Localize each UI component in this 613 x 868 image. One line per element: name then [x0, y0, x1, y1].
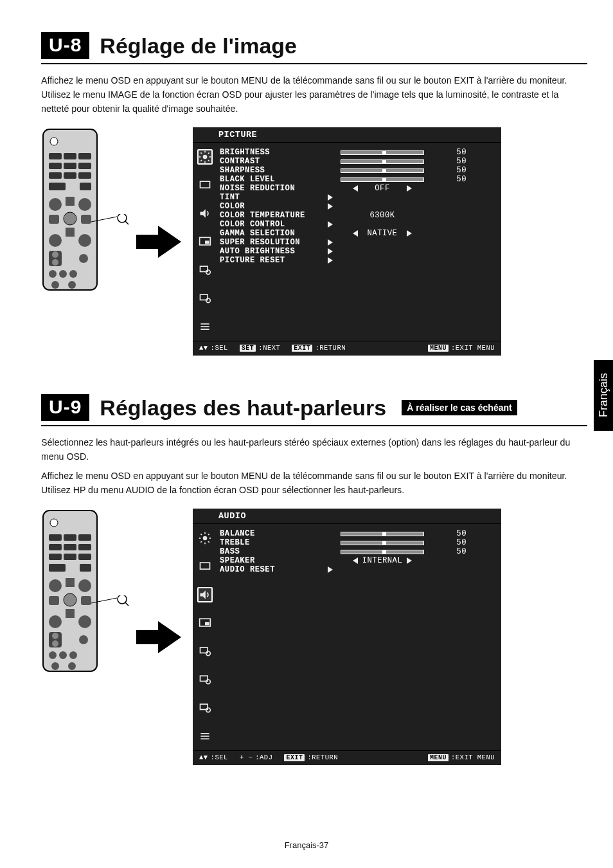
svg-marker-100 [200, 590, 206, 599]
svg-point-90 [203, 536, 208, 541]
section-u9-body-2: Affichez le menu OSD en appuyant sur le … [41, 469, 587, 497]
footer-set-key: SET [240, 345, 256, 352]
svg-point-32 [118, 214, 127, 222]
svg-point-21 [78, 234, 91, 247]
osd-row-label: SPEAKER [220, 556, 328, 565]
svg-point-82 [59, 651, 67, 659]
svg-marker-89 [136, 621, 181, 653]
svg-line-41 [208, 160, 209, 161]
svg-line-96 [208, 541, 209, 543]
svg-rect-16 [49, 215, 59, 224]
osd-row: BASS50 [220, 547, 497, 556]
svg-rect-3 [64, 153, 76, 159]
svg-rect-19 [66, 228, 75, 237]
osd-row: BRIGHTNESS50 [220, 148, 497, 157]
select-value: OFF [362, 184, 403, 193]
svg-point-23 [52, 251, 58, 258]
osd-row-label: COLOR TEMPERATURE [220, 211, 328, 220]
arrow-right-icon [407, 230, 412, 237]
figure-u8: PICTURE BRIGHTNESS50CONTRAST50SHARPNESS5… [41, 127, 587, 356]
osd-row-label: CONTRAST [220, 157, 328, 166]
svg-point-20 [49, 234, 62, 247]
section-u9-body-1: Sélectionnez les haut-parleurs intégrés … [41, 435, 587, 464]
osd-row-control [328, 248, 437, 255]
osd-row: AUDIO RESET [220, 565, 497, 574]
footer-exit-key: EXIT [292, 345, 312, 352]
osd-row: SHARPNESS50 [220, 166, 497, 175]
osd-row-label: BALANCE [220, 529, 328, 538]
language-tab-label: Français [597, 373, 610, 417]
osd-audio-panel: AUDIO BALANCE50TREBLE50BASS50SPEAKERINTE… [193, 509, 501, 765]
figure-u9: AUDIO BALANCE50TREBLE50BASS50SPEAKERINTE… [41, 509, 587, 765]
svg-point-30 [68, 281, 76, 289]
svg-point-76 [78, 615, 91, 628]
osd-icon-screen [197, 559, 213, 574]
svg-point-27 [59, 270, 67, 278]
svg-rect-64 [64, 554, 76, 560]
language-tab: Français [594, 360, 613, 431]
svg-point-15 [78, 198, 91, 211]
osd-row: TINT [220, 193, 497, 202]
svg-rect-44 [200, 181, 210, 188]
callout-magnifier-icon [91, 214, 130, 233]
osd-row-label: BRIGHTNESS [220, 148, 328, 157]
osd-audio-footer: ▲▼:SEL + −:ADJ EXIT:RETURN MENU:EXIT MEN… [193, 750, 501, 765]
footer-sel: :SEL [211, 344, 228, 352]
osd-row-control [328, 194, 437, 201]
arrow-right-icon [328, 203, 333, 210]
osd-row-label: AUTO BRIGHTNESS [220, 247, 328, 256]
remote-icon [41, 509, 99, 676]
osd-row: PICTURE RESET [220, 256, 497, 265]
arrow-right-icon [407, 185, 412, 192]
osd-row-control [328, 566, 437, 573]
section-u9-badge: U-9 [41, 394, 89, 421]
osd-row-value: 50 [437, 529, 466, 538]
svg-point-87 [118, 595, 127, 604]
arrow-left-icon [353, 185, 358, 192]
osd-row-control [328, 168, 437, 173]
osd-row-value: 50 [437, 148, 466, 157]
svg-rect-59 [78, 534, 91, 541]
remote-icon [41, 127, 99, 294]
osd-row-value: 50 [437, 547, 466, 556]
osd-row: COLOR TEMPERATURE6300K [220, 211, 497, 220]
footer-exit: :RETURN [307, 754, 338, 761]
osd-row-label: TREBLE [220, 538, 328, 547]
osd-icon-audio [197, 206, 213, 221]
osd-row: BALANCE50 [220, 529, 497, 538]
svg-rect-66 [49, 564, 66, 572]
svg-line-31 [91, 217, 117, 222]
arrow-left-icon [353, 557, 358, 564]
osd-icon-settings-3 [197, 700, 213, 716]
svg-point-18 [64, 212, 76, 225]
arrow-right-icon [328, 194, 333, 201]
svg-point-24 [52, 259, 58, 266]
footer-exit: :RETURN [315, 344, 346, 352]
svg-rect-72 [81, 596, 91, 605]
osd-row-control [328, 221, 437, 228]
osd-icon-audio [197, 587, 213, 602]
osd-icon-pip [197, 615, 213, 631]
svg-rect-63 [49, 554, 62, 560]
slider-bar [341, 550, 424, 554]
section-u9-note: À réaliser le cas échéant [402, 400, 517, 415]
osd-audio-rows: BALANCE50TREBLE50BASS50SPEAKERINTERNALAU… [217, 524, 501, 750]
svg-point-35 [203, 155, 208, 159]
svg-rect-99 [200, 563, 210, 569]
section-u9-rule [41, 425, 587, 426]
footer-adj-glyph: + − [240, 754, 253, 761]
svg-point-85 [68, 662, 76, 670]
osd-row-control: 6300K [328, 211, 437, 220]
svg-rect-6 [64, 163, 76, 169]
osd-row: COLOR CONTROL [220, 220, 497, 229]
osd-row-control [328, 177, 437, 182]
svg-rect-8 [49, 172, 62, 179]
callout-magnifier-icon [91, 595, 130, 615]
slider-bar [341, 177, 424, 182]
slider-bar [341, 159, 424, 164]
svg-point-84 [51, 662, 59, 670]
svg-rect-58 [64, 534, 76, 541]
osd-row: TREBLE50 [220, 538, 497, 547]
arrow-right-icon [407, 557, 412, 564]
arrow-right-icon [328, 248, 333, 255]
